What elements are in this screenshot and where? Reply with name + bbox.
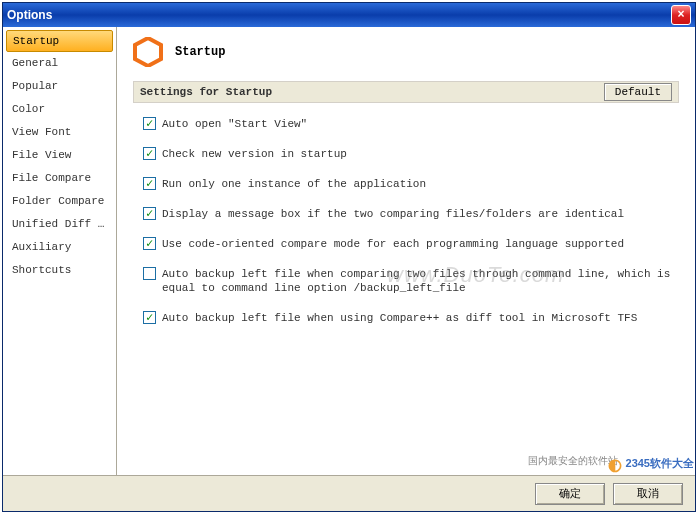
option-label: Auto open "Start View" [162, 117, 307, 131]
sidebar-item-file-view[interactable]: File View [6, 145, 113, 167]
checkbox[interactable] [143, 177, 156, 190]
close-icon[interactable]: × [671, 5, 691, 25]
checkbox[interactable] [143, 207, 156, 220]
sidebar-item-popular[interactable]: Popular [6, 76, 113, 98]
checkbox[interactable] [143, 267, 156, 280]
section-bar: Settings for Startup Default [133, 81, 679, 103]
sidebar-item-general[interactable]: General [6, 53, 113, 75]
main-panel: Startup Settings for Startup Default Aut… [117, 27, 695, 475]
option-label: Use code-oriented compare mode for each … [162, 237, 624, 251]
option-row: Display a message box if the two compari… [143, 207, 671, 221]
cancel-button[interactable]: 取消 [613, 483, 683, 505]
default-button[interactable]: Default [604, 83, 672, 101]
option-row: Use code-oriented compare mode for each … [143, 237, 671, 251]
svg-marker-0 [135, 38, 161, 66]
sidebar-item-file-compare[interactable]: File Compare [6, 168, 113, 190]
sidebar-item-color[interactable]: Color [6, 99, 113, 121]
sidebar-item-auxiliary[interactable]: Auxiliary [6, 237, 113, 259]
option-label: Auto backup left file when comparing two… [162, 267, 671, 295]
options-dialog: Options × StartupGeneralPopularColorView… [2, 2, 696, 512]
option-label: Auto backup left file when using Compare… [162, 311, 637, 325]
option-label: Check new version in startup [162, 147, 347, 161]
titlebar: Options × [3, 3, 695, 27]
option-label: Display a message box if the two compari… [162, 207, 624, 221]
page-title: Startup [175, 45, 225, 59]
section-title: Settings for Startup [140, 86, 604, 98]
checkbox[interactable] [143, 237, 156, 250]
checkbox[interactable] [143, 147, 156, 160]
sidebar-item-shortcuts[interactable]: Shortcuts [6, 260, 113, 282]
dialog-footer: 确定 取消 [3, 475, 695, 511]
option-row: Check new version in startup [143, 147, 671, 161]
checkbox[interactable] [143, 311, 156, 324]
sidebar: StartupGeneralPopularColorView FontFile … [3, 27, 117, 475]
option-row: Auto open "Start View" [143, 117, 671, 131]
options-area: Auto open "Start View"Check new version … [117, 107, 695, 475]
option-row: Auto backup left file when using Compare… [143, 311, 671, 325]
option-row: Run only one instance of the application [143, 177, 671, 191]
window-title: Options [7, 8, 671, 22]
hexagon-icon [133, 37, 163, 67]
dialog-body: StartupGeneralPopularColorView FontFile … [3, 27, 695, 475]
sidebar-item-view-font[interactable]: View Font [6, 122, 113, 144]
ok-button[interactable]: 确定 [535, 483, 605, 505]
checkbox[interactable] [143, 117, 156, 130]
sidebar-item-folder-compare[interactable]: Folder Compare [6, 191, 113, 213]
option-label: Run only one instance of the application [162, 177, 426, 191]
option-row: Auto backup left file when comparing two… [143, 267, 671, 295]
sidebar-item-startup[interactable]: Startup [6, 30, 113, 52]
sidebar-item-unified-diff-[interactable]: Unified Diff ... [6, 214, 113, 236]
page-header: Startup [117, 27, 695, 73]
